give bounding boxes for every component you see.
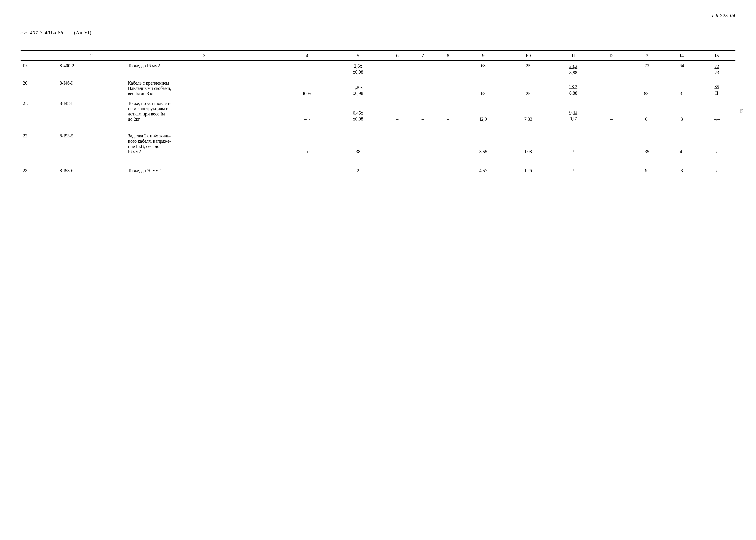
row-col15: –/–: [698, 166, 735, 176]
row-col14: 4I: [666, 131, 698, 157]
row-col12: –: [596, 166, 627, 176]
row-num: I9.: [21, 61, 58, 78]
row-col14: 3: [666, 166, 698, 176]
col-header-3: 3: [126, 51, 283, 61]
row-col5: 38: [331, 131, 385, 157]
row-col12: –: [596, 131, 627, 157]
row-desc: То же, по установлен- ным конструкциям и…: [126, 98, 283, 124]
side-note-83: 83: [739, 109, 744, 113]
row-num: 23.: [21, 166, 58, 176]
row-num: 22.: [21, 131, 58, 157]
row-col5: I,26х х0,98: [331, 78, 385, 98]
row-col8: –: [435, 166, 461, 176]
row-col6: –: [385, 61, 410, 78]
row-code: 8-400-2: [58, 61, 126, 78]
col-header-13: I3: [627, 51, 665, 61]
row-col10: I,08: [506, 131, 551, 157]
row-num: 20.: [21, 78, 58, 98]
row-col4: шт: [283, 131, 331, 157]
row-col11: 0,43 0,I7: [551, 98, 596, 124]
row-col15: 35 II: [698, 78, 735, 98]
row-col12: –: [596, 61, 627, 78]
row-col8: –: [435, 78, 461, 98]
row-desc: Заделка 2х и 4х жиль- ного кабеля, напря…: [126, 131, 283, 157]
row-col10: 25: [506, 61, 551, 78]
row-col6: –: [385, 98, 410, 124]
row-col4: –"-: [283, 98, 331, 124]
row-col13: 83: [627, 78, 665, 98]
row-col7: –: [410, 78, 436, 98]
row-col9: 4,57: [461, 166, 506, 176]
row-col5: 2,6х х0,98: [331, 61, 385, 78]
row-col8: –: [435, 61, 461, 78]
row-col8: –: [435, 131, 461, 157]
row-col6: –: [385, 166, 410, 176]
spacer-row: [21, 124, 735, 131]
row-desc: То же, до 70 мм2: [126, 166, 283, 176]
row-col11: –/–: [551, 166, 596, 176]
col-header-6: 6: [385, 51, 410, 61]
row-code: 8-I48-I: [58, 98, 126, 124]
col-header-15: I5: [698, 51, 735, 61]
row-col6: –: [385, 78, 410, 98]
row-col11: 28,2 8,88: [551, 61, 596, 78]
col-header-8: 8: [435, 51, 461, 61]
row-col5: 2: [331, 166, 385, 176]
table-row: I9. 8-400-2 То же, до I6 мм2 –"- 2,6х х0…: [21, 61, 735, 78]
row-col7: –: [410, 61, 436, 78]
row-col14: 3I: [666, 78, 698, 98]
col-header-5: 5: [331, 51, 385, 61]
main-table: I 2 3 4 5 6 7 8 9 IO II I2 I3 I4 I5: [21, 50, 735, 176]
row-col12: –: [596, 98, 627, 124]
row-col10: 7,33: [506, 98, 551, 124]
row-col9: 3,55: [461, 131, 506, 157]
row-col6: –: [385, 131, 410, 157]
subtitle-code: г.п. 407-3-401м.86: [21, 30, 63, 36]
col-header-7: 7: [410, 51, 436, 61]
row-col4: –"-: [283, 166, 331, 176]
row-col13: 6: [627, 98, 665, 124]
row-num: 2I.: [21, 98, 58, 124]
row-col4: I00м: [283, 78, 331, 98]
document-subtitle: г.п. 407-3-401м.86 (Ал.УI): [21, 30, 91, 36]
row-col11: 28,2 8,88: [551, 78, 596, 98]
row-code: 8-I53-5: [58, 131, 126, 157]
row-col8: –: [435, 98, 461, 124]
row-col9: 68: [461, 61, 506, 78]
row-col15: –/– 83: [698, 98, 735, 124]
spacer-row: [21, 157, 735, 166]
subtitle-annex: (Ал.УI): [74, 30, 92, 36]
col-header-4: 4: [283, 51, 331, 61]
table-row: 23. 8-I53-6 То же, до 70 мм2 –"- 2 – – –…: [21, 166, 735, 176]
col-header-9: 9: [461, 51, 506, 61]
col-header-2: 2: [58, 51, 126, 61]
row-col13: I73: [627, 61, 665, 78]
row-col15: 72 23: [698, 61, 735, 78]
row-col14: 64: [666, 61, 698, 78]
row-col14: 3: [666, 98, 698, 124]
row-col5: 0,45х х0,98: [331, 98, 385, 124]
table-row: 2I. 8-I48-I То же, по установлен- ным ко…: [21, 98, 735, 124]
row-desc: Кабель с креплением Накладными скобами, …: [126, 78, 283, 98]
row-col10: 25: [506, 78, 551, 98]
row-col9: 68: [461, 78, 506, 98]
row-col4: –"-: [283, 61, 331, 78]
row-col15: –/–: [698, 131, 735, 157]
row-col9: I2,9: [461, 98, 506, 124]
row-col7: –: [410, 166, 436, 176]
table-row: 20. 8-I46-I Кабель с креплением Накладны…: [21, 78, 735, 98]
main-table-container: I 2 3 4 5 6 7 8 9 IO II I2 I3 I4 I5: [21, 50, 735, 176]
row-col12: –: [596, 78, 627, 98]
row-col13: I35: [627, 131, 665, 157]
row-desc: То же, до I6 мм2: [126, 61, 283, 78]
row-code: 8-I53-6: [58, 166, 126, 176]
table-row: 22. 8-I53-5 Заделка 2х и 4х жиль- ного к…: [21, 131, 735, 157]
page: сф 725-04 г.п. 407-3-401м.86 (Ал.УI) I 2…: [0, 0, 756, 540]
col-header-10: IO: [506, 51, 551, 61]
row-col7: –: [410, 131, 436, 157]
row-col10: I,26: [506, 166, 551, 176]
page-reference: сф 725-04: [712, 13, 735, 19]
row-col13: 9: [627, 166, 665, 176]
row-code: 8-I46-I: [58, 78, 126, 98]
row-col11: –/–: [551, 131, 596, 157]
